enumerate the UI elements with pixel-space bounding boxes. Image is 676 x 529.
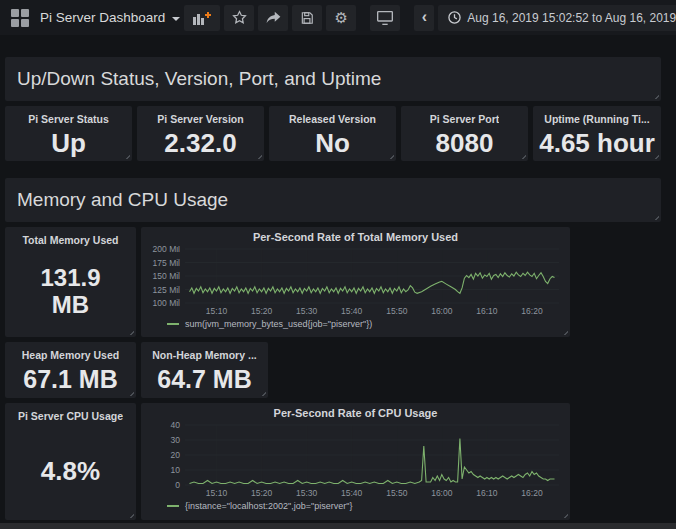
dashboards-grid-icon[interactable] xyxy=(10,8,30,28)
svg-text:15:20: 15:20 xyxy=(251,306,273,316)
stat-title: Total Memory Used xyxy=(22,234,118,246)
memory-rate-chart[interactable]: 100 Mil125 Mil150 Mil175 Mil200 Mil15:10… xyxy=(147,246,564,316)
section-row-memory-cpu-title: Memory and CPU Usage xyxy=(17,189,228,211)
stat-value: 131.9 MB xyxy=(40,246,100,337)
gear-icon: ⚙ xyxy=(335,10,348,25)
grafana-dashboard: Pi Server Dashboard xyxy=(0,0,676,529)
svg-text:16:20: 16:20 xyxy=(521,306,543,316)
svg-text:10: 10 xyxy=(171,465,181,475)
svg-text:16:00: 16:00 xyxy=(431,306,453,316)
stat-title: Pi Server CPU Usage xyxy=(18,410,123,422)
memory-rate-panel-title[interactable]: Per-Second Rate of Total Memory Used xyxy=(141,227,570,246)
svg-text:15:20: 15:20 xyxy=(251,488,273,498)
svg-text:175 Mil: 175 Mil xyxy=(153,258,181,268)
settings-button[interactable]: ⚙ xyxy=(326,5,356,31)
legend-label: {instance="localhost:2002",job="piserver… xyxy=(185,501,352,511)
svg-text:16:20: 16:20 xyxy=(521,488,543,498)
cpu-rate-chart[interactable]: 01020304015:1015:2015:3015:4015:5016:001… xyxy=(147,422,564,498)
stat-title: Heap Memory Used xyxy=(22,349,119,361)
dashboard-title[interactable]: Pi Server Dashboard xyxy=(40,10,180,25)
save-button[interactable] xyxy=(292,5,322,31)
svg-text:16:10: 16:10 xyxy=(476,306,498,316)
svg-text:15:40: 15:40 xyxy=(341,306,363,316)
panel-pi-server-version[interactable]: Pi Server Version 2.32.0 xyxy=(137,106,264,161)
svg-text:15:10: 15:10 xyxy=(206,488,228,498)
legend-line-swatch xyxy=(167,323,179,325)
svg-text:15:30: 15:30 xyxy=(296,488,318,498)
time-range-text: Aug 16, 2019 15:02:52 to Aug 16, 2019 16 xyxy=(467,11,676,25)
svg-text:16:00: 16:00 xyxy=(431,488,453,498)
svg-text:40: 40 xyxy=(171,422,181,430)
panel-released-version[interactable]: Released Version No xyxy=(269,106,396,161)
svg-text:0: 0 xyxy=(175,480,180,490)
bar-chart-plus-icon xyxy=(193,11,211,25)
chevron-left-icon: ‹ xyxy=(422,9,427,25)
section-row-updown-title: Up/Down Status, Version, Port, and Uptim… xyxy=(17,68,381,90)
favorite-button[interactable] xyxy=(224,5,254,31)
memory-chart-legend[interactable]: sum(jvm_memory_bytes_used{job="piserver"… xyxy=(167,319,570,329)
chevron-down-icon xyxy=(172,17,180,21)
panel-cpu-usage[interactable]: Pi Server CPU Usage 4.8% xyxy=(5,403,136,520)
floppy-disk-icon xyxy=(300,11,314,25)
stat-value: 67.1 MB xyxy=(23,361,117,398)
svg-text:125 Mil: 125 Mil xyxy=(153,285,181,295)
monitor-icon xyxy=(377,11,393,25)
panel-total-memory-used[interactable]: Total Memory Used 131.9 MB xyxy=(5,227,136,337)
stat-value: Up xyxy=(51,125,86,161)
bottom-edge-bar xyxy=(0,523,676,529)
clock-icon xyxy=(448,11,461,24)
svg-text:16:10: 16:10 xyxy=(476,488,498,498)
stat-title: Released Version xyxy=(289,113,376,125)
legend-label: sum(jvm_memory_bytes_used{job="piserver"… xyxy=(185,319,372,329)
panel-pi-server-status[interactable]: Pi Server Status Up xyxy=(5,106,132,161)
panel-uptime[interactable]: Uptime (Running Ti... 4.65 hour xyxy=(533,106,661,161)
total-memory-value-number: 131.9 xyxy=(40,265,100,291)
stat-title: Uptime (Running Ti... xyxy=(544,113,649,125)
stat-value: 8080 xyxy=(436,125,494,161)
stat-value: 4.8% xyxy=(41,422,100,520)
panel-heap-memory-used[interactable]: Heap Memory Used 67.1 MB xyxy=(5,342,136,398)
svg-text:15:50: 15:50 xyxy=(386,306,408,316)
panel-pi-server-port[interactable]: Pi Server Port 8080 xyxy=(401,106,528,161)
panel-nonheap-memory-used[interactable]: Non-Heap Memory ... 64.7 MB xyxy=(141,342,268,398)
stat-title: Pi Server Version xyxy=(157,113,243,125)
section-row-memory-cpu[interactable]: Memory and CPU Usage xyxy=(5,178,661,222)
stat-value: 4.65 hour xyxy=(539,125,655,161)
total-memory-value-unit: MB xyxy=(52,292,89,318)
svg-text:100 Mil: 100 Mil xyxy=(153,298,181,308)
panel-memory-rate-chart[interactable]: Per-Second Rate of Total Memory Used 100… xyxy=(141,227,570,337)
svg-text:200 Mil: 200 Mil xyxy=(153,246,181,254)
section-row-updown[interactable]: Up/Down Status, Version, Port, and Uptim… xyxy=(5,57,661,101)
time-range-picker[interactable]: Aug 16, 2019 15:02:52 to Aug 16, 2019 16 xyxy=(438,5,676,31)
stat-title: Pi Server Port xyxy=(430,113,499,125)
time-back-button[interactable]: ‹ xyxy=(414,5,434,31)
stat-title: Non-Heap Memory ... xyxy=(152,349,256,361)
svg-text:15:30: 15:30 xyxy=(296,306,318,316)
header-toolbar: ⚙ ‹ Aug 16, 2019 15:02:52 to Aug 16, 201… xyxy=(180,5,676,31)
cpu-rate-panel-title[interactable]: Per-Second Rate of CPU Usage xyxy=(141,403,570,422)
stat-title: Pi Server Status xyxy=(28,113,109,125)
cpu-chart-legend[interactable]: {instance="localhost:2002",job="piserver… xyxy=(167,501,570,511)
dashboard-header: Pi Server Dashboard xyxy=(0,0,676,35)
cycle-view-button[interactable] xyxy=(370,5,400,31)
add-panel-button[interactable] xyxy=(184,5,220,31)
svg-text:20: 20 xyxy=(171,450,181,460)
dashboard-title-text: Pi Server Dashboard xyxy=(40,10,165,25)
stat-value: No xyxy=(315,125,350,161)
svg-text:30: 30 xyxy=(171,435,181,445)
share-arrow-icon xyxy=(266,11,281,25)
panel-cpu-rate-chart[interactable]: Per-Second Rate of CPU Usage 01020304015… xyxy=(141,403,570,520)
svg-text:15:50: 15:50 xyxy=(386,488,408,498)
svg-text:15:40: 15:40 xyxy=(341,488,363,498)
stat-value: 64.7 MB xyxy=(157,361,251,398)
share-button[interactable] xyxy=(258,5,288,31)
svg-text:15:10: 15:10 xyxy=(206,306,228,316)
legend-line-swatch xyxy=(167,505,179,507)
stat-value: 2.32.0 xyxy=(164,125,236,161)
svg-text:150 Mil: 150 Mil xyxy=(153,271,181,281)
star-icon xyxy=(232,10,247,25)
